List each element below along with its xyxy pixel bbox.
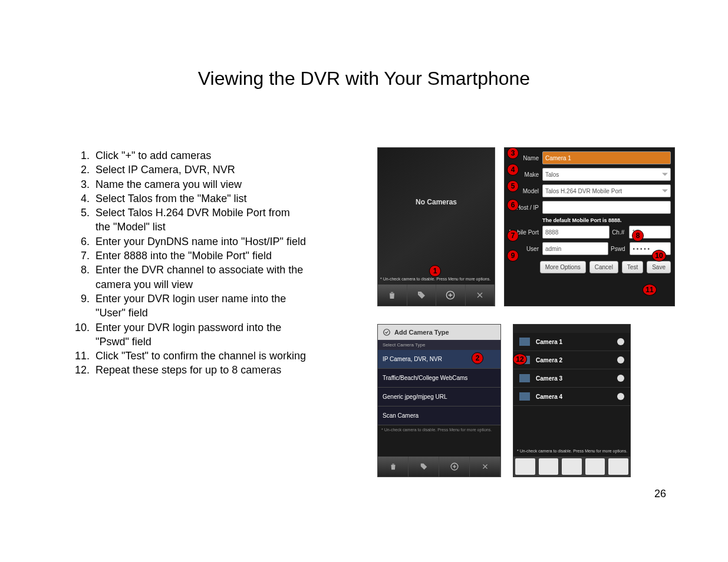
instructions-list: Click "+" to add cameras Select IP Camer… — [71, 148, 307, 378]
model-select[interactable]: Talos H.264 DVR Mobile Port — [542, 184, 671, 197]
camera-list-item[interactable]: Camera 4 — [513, 388, 630, 406]
no-cameras-hint: * Un-check camera to disable. Press Menu… — [380, 277, 492, 281]
instruction-item: Click "Test" to confirm the channel is w… — [71, 349, 307, 363]
toolbar-button[interactable] — [539, 458, 559, 475]
trash-icon[interactable] — [378, 457, 409, 477]
instruction-item: Enter 8888 into the "Mobile Port" field — [71, 249, 307, 263]
camera-type-option[interactable]: Traffic/Beach/College WebCams — [378, 369, 500, 388]
instruction-item: Name the camera you will view — [71, 177, 307, 191]
port-input[interactable]: 8888 — [542, 226, 610, 239]
instruction-item: Enter your DynDNS name into "Host/IP" fi… — [71, 234, 307, 249]
dialog-header: Add Camera Type — [378, 325, 500, 340]
toolbar-button[interactable] — [562, 458, 582, 475]
page-number: 26 — [654, 488, 666, 500]
camera-thumbnail — [519, 374, 530, 382]
toolbar — [513, 457, 630, 477]
scissors-icon[interactable] — [470, 457, 500, 477]
callout-10: 10 — [652, 250, 666, 262]
status-bar — [513, 325, 630, 333]
tag-icon[interactable] — [407, 285, 437, 306]
svg-point-1 — [384, 329, 390, 336]
instruction-item: Enter your DVR login password into the "… — [71, 320, 307, 349]
plus-icon[interactable] — [439, 457, 470, 477]
camera-type-option[interactable]: Scan Camera — [378, 406, 500, 425]
camera-type-option[interactable]: Generic jpeg/mjpeg URL — [378, 388, 500, 406]
screenshot-camera-form: Name Camera 1 Make Talos Model Talos H.2… — [504, 147, 675, 306]
cancel-button[interactable]: Cancel — [589, 261, 618, 273]
dialog-hint: * Un-check camera to disable. Press Menu… — [378, 425, 500, 433]
screenshot-add-camera-type: Add Camera Type Select Camera Type IP Ca… — [377, 324, 501, 477]
instruction-item: Select Talos H.264 DVR Mobile Port from … — [71, 206, 307, 234]
instruction-item: Select Talos from the "Make" list — [71, 191, 307, 206]
list-hint: * Un-check camera to disable. Press Menu… — [517, 449, 629, 453]
no-cameras-label: No Cameras — [378, 198, 495, 206]
screenshot-camera-list: Camera 1 Camera 2 Camera 3 Camera 4 * Un… — [513, 324, 631, 477]
camera-thumbnail — [519, 392, 530, 401]
camera-name: Camera 4 — [536, 394, 617, 400]
callout-2: 2 — [472, 352, 483, 364]
toolbar-button[interactable] — [585, 458, 605, 475]
camera-radio[interactable] — [617, 393, 624, 400]
test-button[interactable]: Test — [622, 261, 643, 273]
callout-7: 7 — [507, 230, 519, 242]
callout-5: 5 — [507, 180, 519, 192]
camera-radio[interactable] — [617, 375, 624, 382]
user-input[interactable]: admin — [542, 242, 608, 255]
pswd-label: Pswd — [608, 246, 627, 252]
dialog-subtitle: Select Camera Type — [378, 340, 500, 350]
camera-radio[interactable] — [617, 356, 624, 363]
camera-radio[interactable] — [617, 338, 624, 345]
callout-1: 1 — [429, 265, 441, 277]
scissors-icon[interactable] — [466, 285, 495, 306]
camera-name: Camera 3 — [536, 375, 617, 382]
tag-icon[interactable] — [409, 457, 439, 477]
plus-icon[interactable] — [436, 285, 466, 306]
instruction-item: Enter your DVR login user name into the … — [71, 292, 307, 320]
circle-check-icon — [383, 328, 391, 336]
instruction-item: Click "+" to add cameras — [71, 148, 307, 163]
chevron-down-icon — [662, 190, 668, 193]
camera-list-item[interactable]: Camera 3 — [513, 369, 630, 388]
channel-label: Ch.# — [610, 229, 627, 236]
callout-3: 3 — [507, 147, 519, 159]
callout-9: 9 — [507, 250, 519, 262]
toolbar — [378, 285, 495, 306]
page-title: Viewing the DVR with Your Smartphone — [0, 68, 728, 90]
instruction-item: Repeat these steps for up to 8 cameras — [71, 363, 307, 377]
camera-name: Camera 2 — [536, 357, 617, 363]
camera-list-item[interactable]: Camera 1 — [513, 333, 630, 351]
callout-12: 12 — [513, 353, 527, 365]
more-options-button[interactable]: More Options — [540, 261, 586, 273]
callout-11: 11 — [643, 284, 657, 296]
save-button[interactable]: Save — [647, 261, 671, 273]
trash-icon[interactable] — [378, 285, 407, 306]
camera-thumbnail — [519, 338, 530, 346]
callout-4: 4 — [507, 164, 519, 176]
camera-list-item[interactable]: Camera 2 — [513, 351, 630, 369]
instruction-item: Select IP Camera, DVR, NVR — [71, 163, 307, 177]
port-hint: The default Mobile Port is 8888. — [542, 217, 671, 223]
screenshot-no-cameras: No Cameras * Un-check camera to disable.… — [377, 147, 495, 306]
instruction-item: Enter the DVR channel to associate with … — [71, 263, 307, 292]
callout-6: 6 — [507, 199, 519, 211]
make-select[interactable]: Talos — [542, 168, 671, 181]
chevron-down-icon — [662, 173, 668, 176]
camera-name: Camera 1 — [536, 339, 617, 345]
callout-8: 8 — [632, 230, 644, 242]
toolbar — [378, 457, 500, 477]
host-input[interactable] — [542, 201, 671, 214]
name-input[interactable]: Camera 1 — [542, 151, 671, 164]
toolbar-button[interactable] — [515, 458, 535, 475]
toolbar-button[interactable] — [608, 458, 628, 475]
